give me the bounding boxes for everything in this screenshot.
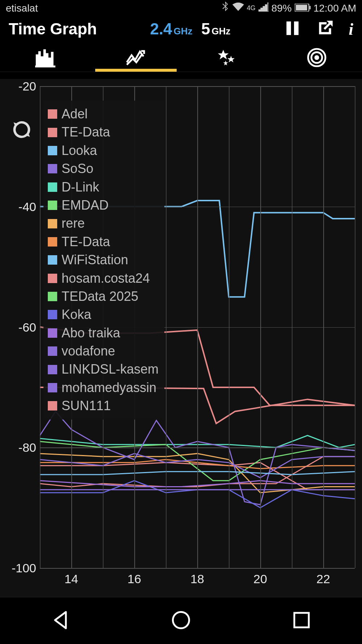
legend-swatch xyxy=(48,401,57,411)
legend-swatch xyxy=(48,128,57,137)
battery-label: 89% xyxy=(272,3,292,14)
legend-item[interactable]: LINKDSL-kasem xyxy=(48,360,159,378)
legend-label: Adel xyxy=(62,105,88,123)
band-selector: 2.4GHz 5GHz xyxy=(104,20,277,38)
legend-swatch xyxy=(48,292,57,301)
status-bar: etisalat 4G 89% 12:00 AM xyxy=(0,0,362,16)
legend-swatch xyxy=(48,109,57,119)
clock-label: 12:00 AM xyxy=(313,3,356,14)
legend-label: D-Link xyxy=(62,178,99,196)
tab-channel-graph[interactable] xyxy=(0,43,90,72)
svg-rect-4 xyxy=(294,21,299,35)
page-title: Time Graph xyxy=(9,20,97,38)
legend-swatch xyxy=(48,255,57,265)
legend-label: SUN111 xyxy=(62,397,111,415)
legend-swatch xyxy=(48,365,57,374)
legend-swatch xyxy=(48,146,57,155)
android-nav xyxy=(0,597,362,644)
svg-point-9 xyxy=(173,612,189,628)
network-badge: 4G xyxy=(247,4,256,12)
legend-label: SoSo xyxy=(62,160,93,178)
status-icons: 4G 89% 12:00 AM xyxy=(221,1,356,15)
svg-point-6 xyxy=(314,55,319,60)
svg-rect-2 xyxy=(296,5,307,10)
bluetooth-icon xyxy=(221,1,230,15)
tab-channel-rating[interactable] xyxy=(181,43,272,72)
legend-swatch xyxy=(48,201,57,210)
chart-area: -20-40-60-80-1001416182022 AdelTE-DataLo… xyxy=(0,79,362,597)
y-tick: -20 xyxy=(11,79,36,93)
legend-label: TE-Data xyxy=(62,233,110,251)
share-icon[interactable] xyxy=(316,19,334,39)
legend-label: Koka xyxy=(62,306,91,324)
tab-time-graph[interactable] xyxy=(90,43,181,72)
legend-item[interactable]: mohamedyassin xyxy=(48,379,159,397)
y-tick: -40 xyxy=(11,199,36,214)
x-tick: 20 xyxy=(253,572,267,586)
header: Time Graph 2.4GHz 5GHz i xyxy=(0,16,362,43)
legend-swatch xyxy=(48,182,57,192)
legend-item[interactable]: TEData 2025 xyxy=(48,287,159,306)
refresh-icon[interactable] xyxy=(11,119,33,142)
band-5ghz[interactable]: 5GHz xyxy=(201,20,230,38)
x-tick: 14 xyxy=(64,572,78,586)
legend-item[interactable]: SUN111 xyxy=(48,397,159,415)
legend-label: vodafone xyxy=(62,342,115,360)
svg-rect-1 xyxy=(310,6,311,9)
legend-item[interactable]: WiFiStation xyxy=(48,251,159,269)
legend-item[interactable]: D-Link xyxy=(48,178,159,196)
legend-swatch xyxy=(48,164,57,173)
y-tick: -100 xyxy=(11,561,36,575)
signal-icon xyxy=(258,2,269,14)
legend-label: hosam.costa24 xyxy=(62,269,150,287)
x-tick: 18 xyxy=(190,572,204,586)
legend-item[interactable]: EMDAD xyxy=(48,196,159,214)
svg-rect-3 xyxy=(287,21,291,35)
legend-item[interactable]: Adel xyxy=(48,105,159,123)
legend-label: TE-Data xyxy=(62,123,110,141)
legend-label: TEData 2025 xyxy=(62,287,138,306)
legend-label: LINKDSL-kasem xyxy=(62,360,159,378)
legend-item[interactable]: Koka xyxy=(48,306,159,324)
battery-icon xyxy=(295,3,311,14)
y-tick: -80 xyxy=(11,441,36,455)
legend-item[interactable]: Looka xyxy=(48,142,159,160)
legend-label: mohamedyassin xyxy=(62,379,156,397)
legend-item[interactable]: vodafone xyxy=(48,342,159,360)
legend-swatch xyxy=(48,328,57,338)
pause-icon[interactable] xyxy=(283,19,302,39)
legend-swatch xyxy=(48,219,57,228)
legend-item[interactable]: rere xyxy=(48,214,159,232)
legend-swatch xyxy=(48,237,57,247)
recents-button[interactable] xyxy=(291,609,312,632)
legend-item[interactable]: SoSo xyxy=(48,160,159,178)
wifi-icon xyxy=(232,2,244,14)
legend-item[interactable]: TE-Data xyxy=(48,233,159,251)
legend-item[interactable]: TE-Data xyxy=(48,123,159,141)
home-button[interactable] xyxy=(170,609,192,632)
svg-rect-10 xyxy=(294,613,309,627)
legend-swatch xyxy=(48,346,57,356)
back-button[interactable] xyxy=(50,609,71,632)
tab-access-points[interactable] xyxy=(272,43,362,72)
legend-label: rere xyxy=(62,214,85,232)
legend-label: EMDAD xyxy=(62,196,109,214)
info-icon[interactable]: i xyxy=(349,20,353,39)
legend-swatch xyxy=(48,310,57,319)
band-24ghz[interactable]: 2.4GHz xyxy=(150,20,192,38)
legend-label: Looka xyxy=(62,142,97,160)
y-tick: -60 xyxy=(11,320,36,334)
legend-label: Abo traika xyxy=(62,324,120,342)
legend-item[interactable]: Abo traika xyxy=(48,324,159,342)
legend-swatch xyxy=(48,383,57,392)
legend-swatch xyxy=(48,274,57,283)
chart-legend: AdelTE-DataLookaSoSoD-LinkEMDADrereTE-Da… xyxy=(43,101,164,420)
x-tick: 16 xyxy=(127,572,141,586)
carrier-label: etisalat xyxy=(6,3,38,14)
legend-item[interactable]: hosam.costa24 xyxy=(48,269,159,287)
legend-label: WiFiStation xyxy=(62,251,128,269)
x-tick: 22 xyxy=(316,572,330,586)
tab-bar xyxy=(0,43,362,72)
